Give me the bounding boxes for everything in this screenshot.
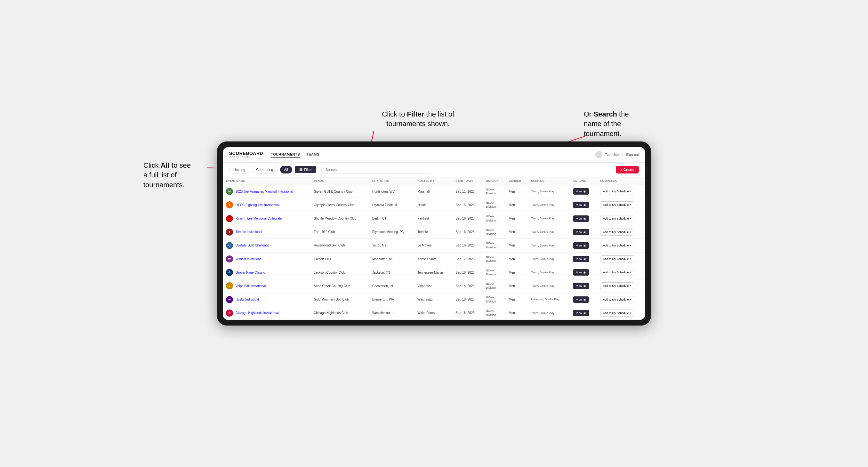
cell-event-name: I OFCC Fighting Illini Invitational [223,198,310,212]
cell-event-name: C Chicago Highlands Invitational [223,306,310,320]
filter-button[interactable]: ▦ Filter [295,166,316,173]
add-schedule-button[interactable]: Add to My Schedule + [600,282,634,289]
create-button[interactable]: + Create [616,166,639,174]
cell-hosted-by: Illinois [414,198,452,212]
team-logo: T [226,228,233,236]
hosting-tab[interactable]: Hosting [229,166,249,174]
nav-tab-tournaments[interactable]: TOURNAMENTS [271,151,300,158]
col-competing: COMPETING [597,177,645,185]
cell-actions: View ◉ [570,225,597,239]
team-logo: U [226,242,233,249]
add-schedule-button[interactable]: Add to My Schedule + [600,242,634,249]
cell-start-date: Sep 15, 2023 [452,198,483,212]
table-row: W Wildcat Invitational Colbert Hills Man… [223,252,645,266]
event-name-text[interactable]: Chicago Highlands Invitational [236,311,279,315]
annotation-left: Click All to seea full list oftournament… [144,161,208,190]
cell-hosted-by: Washington [414,293,452,306]
col-start-date: START DATE [452,177,483,185]
nav-tab-teams[interactable]: TEAMS [306,151,319,158]
add-label: Add to My Schedule + [603,244,631,247]
cell-event-name: T Temple Invitational [223,225,310,239]
add-label: Add to My Schedule + [603,217,631,220]
cell-hosted-by: Wake Forest [414,306,452,320]
view-label: View [576,230,582,234]
eye-icon: ◉ [584,190,586,193]
cell-venue: The 1912 Club [310,225,369,239]
add-schedule-button[interactable]: Add to My Schedule + [600,255,634,262]
view-button[interactable]: View ◉ [573,188,589,195]
cell-venue: Jackson Country Club [310,266,369,279]
view-button[interactable]: View ◉ [573,256,589,262]
eye-icon: ◉ [584,257,586,260]
cell-division: NCAADivision I [483,225,505,239]
create-label: + Create [620,168,634,172]
toolbar: Hosting Competing All ▦ Filter + Create [223,163,645,177]
add-schedule-button[interactable]: Add to My Schedule + [600,215,634,222]
all-tab[interactable]: All [280,166,292,174]
search-box [321,166,430,174]
cell-venue: Ravenwood Golf Club [310,239,369,252]
cell-division: NCAADivision I [483,212,505,225]
add-label: Add to My Schedule + [603,190,631,193]
view-button[interactable]: View ◉ [573,310,589,316]
search-input[interactable] [321,166,430,174]
view-button[interactable]: View ◉ [573,242,589,249]
add-schedule-button[interactable]: Add to My Schedule + [600,228,634,236]
cell-event-name: F Ryan T. Lee Memorial Collegiate [223,212,310,225]
add-label: Add to My Schedule + [603,257,631,260]
cell-start-date: Sep 16, 2023 [452,212,483,225]
add-label: Add to My Schedule + [603,203,631,207]
event-name-text[interactable]: Temple Invitational [236,230,262,234]
add-schedule-button[interactable]: Add to My Schedule + [600,296,634,303]
col-venue: VENUE [310,177,369,185]
event-name-text[interactable]: OFCC Fighting Illini Invitational [236,203,279,207]
cell-competing: Add to My Schedule + [597,239,645,252]
cell-actions: View ◉ [570,266,597,279]
view-button[interactable]: View ◉ [573,201,589,208]
event-name-text[interactable]: Wildcat Invitational [236,257,262,261]
cell-start-date: Sep 18, 2023 [452,279,483,292]
app-header: SCOREBOARD Powered by clippd TOURNAMENTS… [223,147,645,163]
event-name-text[interactable]: Grover Page Classic [236,271,265,274]
team-logo: W [226,296,233,303]
cell-hosted-by: Le Moyne [414,239,452,252]
event-name-text[interactable]: Valpo Fall Invitational [236,284,266,288]
view-label: View [576,244,582,247]
view-button[interactable]: View ◉ [573,269,589,276]
cell-competing: Add to My Schedule + [597,306,645,320]
cell-city-state: Berlin, CT [369,212,414,225]
cell-actions: View ◉ [570,198,597,212]
cell-division: NCAADivision I [483,239,505,252]
view-button[interactable]: View ◉ [573,229,589,235]
event-name-text[interactable]: Husky Individual [236,298,259,301]
table-row: T Temple Invitational The 1912 Club Plym… [223,225,645,239]
cell-hosted-by: Temple [414,225,452,239]
col-division: DIVISION [483,177,505,185]
team-logo: V [226,282,233,289]
event-name-text[interactable]: Upstate Dual Challenge [236,244,270,247]
event-name-text[interactable]: 2023 Joe Feaganes Marshall Invitational [236,190,293,193]
view-label: View [576,311,582,315]
cell-actions: View ◉ [570,279,597,292]
cell-competing: Add to My Schedule + [597,185,645,198]
col-scoring: SCORING [528,177,569,185]
view-label: View [576,271,582,274]
add-schedule-button[interactable]: Add to My Schedule + [600,310,634,317]
eye-icon: ◉ [584,284,586,287]
sign-out-link[interactable]: Sign out [626,153,639,157]
view-button[interactable]: View ◉ [573,283,589,289]
view-button[interactable]: View ◉ [573,215,589,222]
add-schedule-button[interactable]: Add to My Schedule + [600,188,634,195]
event-name-text[interactable]: Ryan T. Lee Memorial Collegiate [236,217,282,220]
tablet-frame: SCOREBOARD Powered by clippd TOURNAMENTS… [217,142,651,326]
add-schedule-button[interactable]: Add to My Schedule + [600,269,634,276]
cell-city-state: Plymouth Meeting, PA [369,225,414,239]
user-name: Test User [605,153,620,157]
cell-scoring: Team, Stroke Play [528,225,569,239]
cell-event-name: W Husky Individual [223,293,310,306]
add-label: Add to My Schedule + [603,284,631,287]
competing-tab[interactable]: Competing [252,166,277,174]
view-button[interactable]: View ◉ [573,297,589,303]
cell-competing: Add to My Schedule + [597,225,645,239]
add-schedule-button[interactable]: Add to My Schedule + [600,201,634,208]
